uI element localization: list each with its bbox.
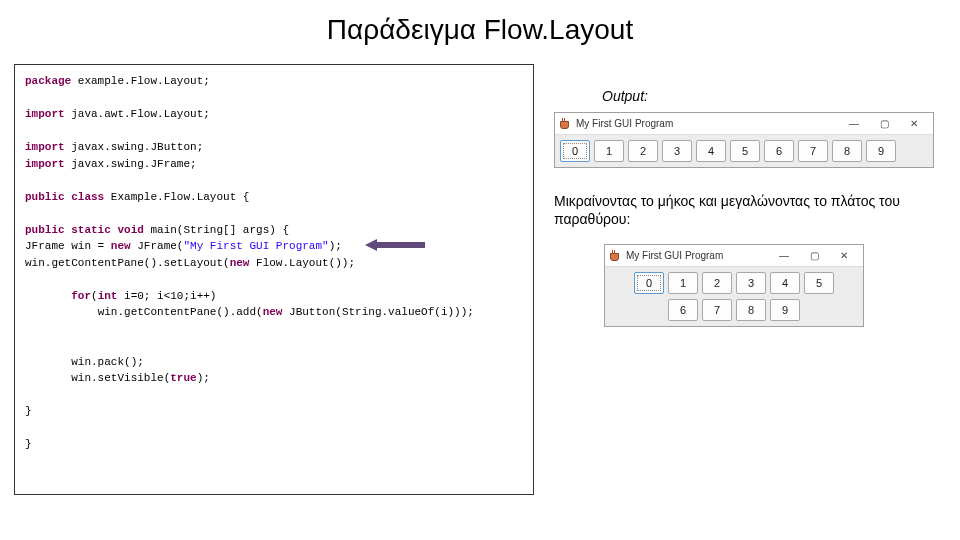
jbutton-0[interactable]: 0 xyxy=(560,140,590,162)
close-button[interactable]: ✕ xyxy=(829,248,859,264)
kw: public xyxy=(25,224,65,236)
t: JFrame win = xyxy=(25,240,111,252)
window-controls: — ▢ ✕ xyxy=(769,248,859,264)
button-row-1: 0 1 2 3 4 5 xyxy=(605,267,863,299)
output-label: Output: xyxy=(602,88,946,104)
resize-note: Μικραίνοντας το μήκος και μεγαλώνοντας τ… xyxy=(554,192,946,228)
t: javax.swing.JFrame; xyxy=(65,158,197,170)
jbutton-7[interactable]: 7 xyxy=(702,299,732,321)
button-row: 0 1 2 3 4 5 6 7 8 9 xyxy=(555,135,933,167)
kw: void xyxy=(117,224,143,236)
jbutton-8[interactable]: 8 xyxy=(832,140,862,162)
jbutton-1[interactable]: 1 xyxy=(594,140,624,162)
t: Example.Flow.Layout { xyxy=(104,191,249,203)
jbutton-9[interactable]: 9 xyxy=(770,299,800,321)
kw: static xyxy=(71,224,111,236)
annotation-arrow xyxy=(365,239,425,251)
minimize-button[interactable]: — xyxy=(839,116,869,132)
java-icon xyxy=(559,118,571,130)
jbutton-8[interactable]: 8 xyxy=(736,299,766,321)
kw: new xyxy=(111,240,131,252)
jbutton-6[interactable]: 6 xyxy=(668,299,698,321)
t: JButton(String.valueOf(i))); xyxy=(282,306,473,318)
titlebar: My First GUI Program — ▢ ✕ xyxy=(555,113,933,135)
t: javax.swing.JButton; xyxy=(65,141,204,153)
t: ); xyxy=(197,372,210,384)
jbutton-4[interactable]: 4 xyxy=(696,140,726,162)
kw: int xyxy=(98,290,118,302)
t: i=0; i<10;i++) xyxy=(117,290,216,302)
jbutton-4[interactable]: 4 xyxy=(770,272,800,294)
jbutton-0[interactable]: 0 xyxy=(634,272,664,294)
close-button[interactable]: ✕ xyxy=(899,116,929,132)
button-row-2: 6 7 8 9 xyxy=(605,299,863,326)
kw: import xyxy=(25,141,65,153)
t: win.getContentPane().add( xyxy=(98,306,263,318)
minimize-button[interactable]: — xyxy=(769,248,799,264)
titlebar: My First GUI Program — ▢ ✕ xyxy=(605,245,863,267)
arrow-body xyxy=(377,242,425,248)
jbutton-2[interactable]: 2 xyxy=(628,140,658,162)
maximize-button[interactable]: ▢ xyxy=(799,248,829,264)
kw: class xyxy=(71,191,104,203)
kw: new xyxy=(230,257,250,269)
window-title: My First GUI Program xyxy=(576,118,839,129)
jbutton-5[interactable]: 5 xyxy=(804,272,834,294)
kw: package xyxy=(25,75,71,87)
kw: import xyxy=(25,108,65,120)
t: win.setVisible( xyxy=(71,372,170,384)
t: } xyxy=(25,438,32,450)
maximize-button[interactable]: ▢ xyxy=(869,116,899,132)
t: example.Flow.Layout; xyxy=(71,75,210,87)
jbutton-1[interactable]: 1 xyxy=(668,272,698,294)
jbutton-5[interactable]: 5 xyxy=(730,140,760,162)
t: java.awt.Flow.Layout; xyxy=(65,108,210,120)
window-controls: — ▢ ✕ xyxy=(839,116,929,132)
code-listing: package example.Flow.Layout; import java… xyxy=(14,64,534,495)
jbutton-9[interactable]: 9 xyxy=(866,140,896,162)
jbutton-7[interactable]: 7 xyxy=(798,140,828,162)
kw: new xyxy=(263,306,283,318)
t: JFrame( xyxy=(131,240,184,252)
arrow-head-icon xyxy=(365,239,377,251)
kw: import xyxy=(25,158,65,170)
gui-window-narrow: My First GUI Program — ▢ ✕ 0 1 2 3 4 5 6… xyxy=(604,244,864,327)
java-icon xyxy=(609,250,621,262)
kw: for xyxy=(71,290,91,302)
window-title: My First GUI Program xyxy=(626,250,769,261)
jbutton-2[interactable]: 2 xyxy=(702,272,732,294)
t: win.pack(); xyxy=(71,356,144,368)
t: main(String[] args) { xyxy=(144,224,289,236)
right-column: Output: My First GUI Program — ▢ ✕ 0 1 2… xyxy=(554,64,946,495)
jbutton-3[interactable]: 3 xyxy=(736,272,766,294)
jbutton-3[interactable]: 3 xyxy=(662,140,692,162)
t: ); xyxy=(329,240,342,252)
kw: true xyxy=(170,372,196,384)
gui-window-wide: My First GUI Program — ▢ ✕ 0 1 2 3 4 5 6… xyxy=(554,112,934,168)
kw: public xyxy=(25,191,65,203)
str: "My First GUI Program" xyxy=(183,240,328,252)
t: win.getContentPane().setLayout( xyxy=(25,257,230,269)
slide-title: Παράδειγμα Flow.Layout xyxy=(0,0,960,64)
t: Flow.Layout()); xyxy=(249,257,355,269)
t: } xyxy=(25,405,32,417)
jbutton-6[interactable]: 6 xyxy=(764,140,794,162)
content-area: package example.Flow.Layout; import java… xyxy=(0,64,960,495)
